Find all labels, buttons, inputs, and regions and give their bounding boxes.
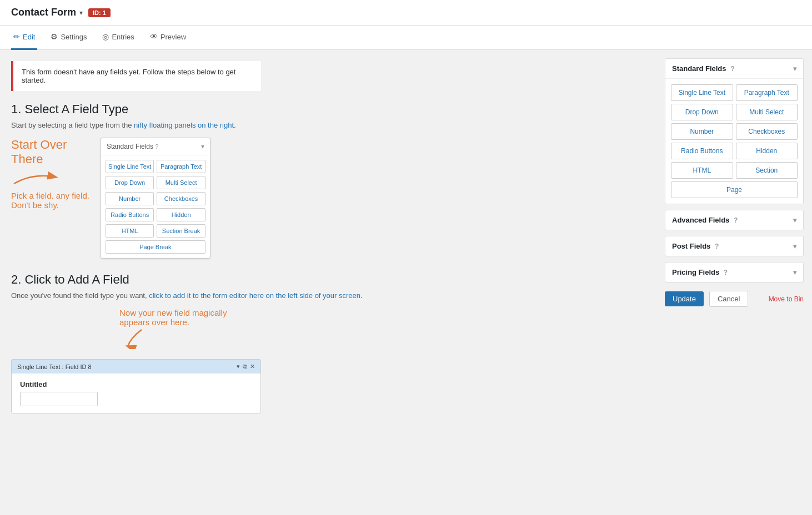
mini-btn-hidden[interactable]: Hidden (157, 208, 205, 221)
advanced-fields-section: Advanced Fields ? ▾ (665, 210, 804, 230)
mini-panel-header: Standard Fields ? ▾ (101, 138, 210, 155)
advanced-fields-title: Advanced Fields ? (672, 216, 738, 224)
field-input-mock (20, 392, 98, 406)
tab-settings-label: Settings (61, 33, 87, 41)
mini-btn-radio-buttons[interactable]: Radio Buttons (106, 208, 154, 221)
pricing-fields-header[interactable]: Pricing Fields ? ▾ (665, 262, 803, 282)
tabs-bar: ✏ Edit ⚙ Settings ◎ Entries 👁 Preview (0, 26, 812, 50)
standard-fields-header[interactable]: Standard Fields ? ▾ (665, 59, 803, 78)
standard-fields-grid: Single Line Text Paragraph Text Drop Dow… (671, 84, 798, 198)
btn-single-line-text[interactable]: Single Line Text (671, 84, 733, 101)
field-preview-actions: ▾ ⧉ ✕ (237, 363, 255, 370)
post-fields-header[interactable]: Post Fields ? ▾ (665, 236, 803, 256)
chevron-down-icon[interactable]: ▾ (79, 9, 83, 17)
field-remove-icon[interactable]: ✕ (250, 363, 255, 370)
pricing-fields-chevron[interactable]: ▾ (793, 269, 796, 276)
mini-panel-body: Single Line Text Paragraph Text Drop Dow… (101, 155, 210, 258)
advanced-fields-header[interactable]: Advanced Fields ? ▾ (665, 210, 803, 230)
post-fields-chevron[interactable]: ▾ (793, 243, 796, 250)
main-layout: This form doesn't have any fields yet. F… (0, 50, 812, 515)
field-duplicate-icon[interactable]: ⧉ (243, 363, 247, 370)
post-fields-title: Post Fields ? (672, 242, 719, 250)
update-button[interactable]: Update (665, 291, 704, 306)
step2-heading: 2. Click to Add A Field (11, 272, 645, 287)
start-over-annotation: Start OverThere (11, 138, 89, 167)
field-preview-header: Single Line Text : Field ID 8 ▾ ⧉ ✕ (12, 360, 260, 373)
mini-panel-chevron[interactable]: ▾ (201, 143, 204, 150)
notice-text: This form doesn't have any fields yet. F… (22, 68, 235, 84)
step2-illustration: Now your new field magicallyappears over… (11, 308, 645, 413)
standard-fields-body: Single Line Text Paragraph Text Drop Dow… (665, 78, 803, 204)
mini-standard-fields-panel: Standard Fields ? ▾ Single Line Text Par… (101, 138, 210, 259)
preview-icon: 👁 (150, 32, 158, 41)
arrow-right (11, 167, 61, 189)
arrow-down-left (119, 327, 153, 349)
btn-multi-select[interactable]: Multi Select (736, 104, 798, 120)
step1-desc: Start by selecting a field type from the… (11, 121, 645, 129)
notice-box: This form doesn't have any fields yet. F… (11, 61, 261, 91)
mini-btn-page-break[interactable]: Page Break (106, 240, 205, 254)
mini-btn-number[interactable]: Number (106, 192, 154, 205)
tab-entries-label: Entries (112, 33, 134, 41)
advanced-fields-chevron[interactable]: ▾ (793, 216, 796, 224)
pricing-fields-title: Pricing Fields ? (672, 268, 728, 276)
standard-fields-section: Standard Fields ? ▾ Single Line Text Par… (665, 58, 804, 204)
mini-panel-title: Standard Fields ? (107, 143, 159, 150)
appears-annotation: Now your new field magicallyappears over… (119, 308, 645, 327)
pricing-fields-section: Pricing Fields ? ▾ (665, 262, 804, 282)
mini-btn-multi-select[interactable]: Multi Select (157, 176, 205, 189)
move-to-bin-button[interactable]: Move to Bin (769, 295, 804, 303)
edit-icon: ✏ (13, 32, 20, 41)
field-collapse-icon[interactable]: ▾ (237, 363, 240, 370)
tab-entries[interactable]: ◎ Entries (100, 26, 136, 50)
mini-btn-paragraph-text[interactable]: Paragraph Text (157, 160, 205, 173)
tab-preview-label: Preview (161, 33, 186, 41)
right-panel: Standard Fields ? ▾ Single Line Text Par… (656, 50, 812, 515)
tab-edit-label: Edit (23, 33, 35, 41)
btn-html[interactable]: HTML (671, 162, 733, 179)
mini-btn-checkboxes[interactable]: Checkboxes (157, 192, 205, 205)
standard-fields-chevron[interactable]: ▾ (793, 65, 796, 73)
field-preview-body: Untitled (12, 373, 260, 413)
left-panel: This form doesn't have any fields yet. F… (0, 50, 656, 515)
entries-icon: ◎ (102, 32, 109, 41)
post-fields-section: Post Fields ? ▾ (665, 236, 804, 256)
btn-drop-down[interactable]: Drop Down (671, 104, 733, 120)
btn-section[interactable]: Section (736, 162, 798, 179)
btn-checkboxes[interactable]: Checkboxes (736, 123, 798, 140)
form-title: Contact Form (11, 7, 76, 18)
form-id-badge: ID: 1 (88, 8, 111, 17)
field-label-text: Untitled (20, 380, 252, 388)
step1-illustration: Start OverThere Pick a field. any field.… (11, 138, 645, 259)
standard-fields-title: Standard Fields ? (672, 64, 734, 73)
btn-page[interactable]: Page (671, 181, 798, 198)
tab-settings[interactable]: ⚙ Settings (48, 26, 89, 50)
mini-btn-drop-down[interactable]: Drop Down (106, 176, 154, 189)
field-preview-card: Single Line Text : Field ID 8 ▾ ⧉ ✕ Unti… (11, 359, 261, 413)
field-preview-title: Single Line Text : Field ID 8 (17, 363, 92, 370)
btn-hidden[interactable]: Hidden (736, 143, 798, 159)
pick-field-annotation: Pick a field. any field.Don't be shy. (11, 191, 89, 210)
mini-btn-section-break[interactable]: Section Break (157, 224, 205, 238)
step2-desc: Once you've found the field type you wan… (11, 291, 645, 300)
tab-edit[interactable]: ✏ Edit (11, 26, 37, 50)
step1-heading: 1. Select A Field Type (11, 102, 645, 117)
mini-btn-html[interactable]: HTML (106, 224, 154, 238)
annotation-block: Start OverThere Pick a field. any field.… (11, 138, 89, 210)
btn-number[interactable]: Number (671, 123, 733, 140)
btn-radio-buttons[interactable]: Radio Buttons (671, 143, 733, 159)
tab-preview[interactable]: 👁 Preview (148, 26, 188, 50)
settings-icon: ⚙ (51, 32, 58, 41)
btn-paragraph-text[interactable]: Paragraph Text (736, 84, 798, 101)
action-row: Update Cancel Move to Bin (665, 288, 804, 310)
mini-btn-single-line-text[interactable]: Single Line Text (106, 160, 154, 173)
top-bar: Contact Form ▾ ID: 1 (0, 0, 812, 26)
cancel-button[interactable]: Cancel (709, 291, 748, 307)
